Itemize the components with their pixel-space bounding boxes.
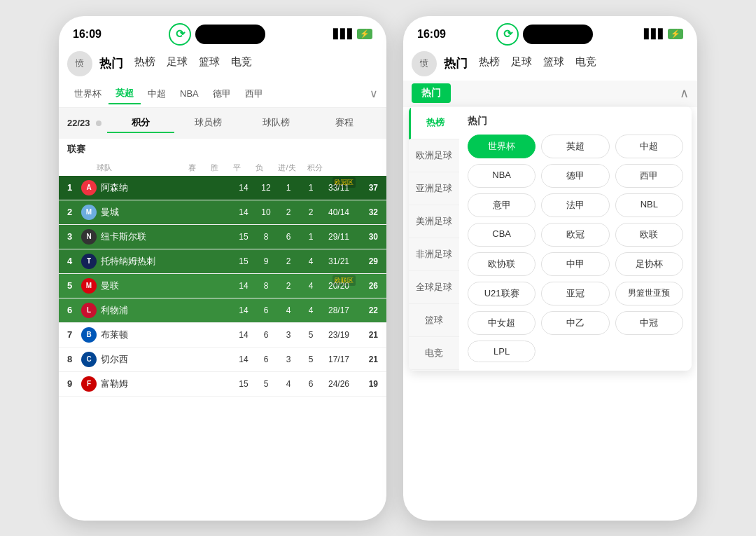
table-row[interactable]: 9 F 富勒姆 15 5 4 6 24/26 19 (59, 372, 386, 397)
col-l: 4 (300, 281, 322, 291)
collapse-arrow[interactable]: ∧ (680, 85, 689, 101)
nav-tab-basketball-2[interactable]: 篮球 (543, 53, 564, 74)
col-w: 10 (255, 207, 277, 217)
team-name: 托特纳姆热刺 (101, 255, 232, 268)
col-w: 6 (255, 305, 277, 315)
battery-icon-2: ⚡ (668, 29, 683, 39)
nav-tab-esports-1[interactable]: 电竞 (231, 53, 252, 74)
table-row[interactable]: 6 L 利物浦 14 6 4 4 28/17 22 (59, 298, 386, 323)
tag-worldcup[interactable]: 世界杯 (468, 135, 536, 158)
phone-1: 16:09 ⟳ ▋▋▋ ⚡ 愤 热门 热榜 足球 篮球 电竞 (59, 16, 386, 521)
nav-tab-soccer-2[interactable]: 足球 (511, 53, 532, 74)
tag-epl[interactable]: 英超 (541, 135, 609, 158)
tag-lpl[interactable]: LPL (468, 341, 536, 362)
table-row[interactable]: 3 N 纽卡斯尔联 15 8 6 1 29/11 30 (59, 225, 386, 249)
tag-acl[interactable]: 亚冠 (541, 282, 609, 305)
tag-laliga[interactable]: 西甲 (615, 164, 683, 188)
tag-basketworld[interactable]: 男篮世亚预 (615, 282, 683, 305)
app-logo-2: ⟳ (496, 23, 519, 46)
sub-tab-worldcup[interactable]: 世界杯 (67, 84, 108, 104)
nav-tab-esports-2[interactable]: 电竞 (575, 53, 596, 74)
col-p: 14 (232, 281, 255, 291)
tag-nba[interactable]: NBA (468, 164, 536, 188)
col-p: 15 (232, 379, 255, 389)
team-name: 富勒姆 (101, 378, 232, 390)
nav-tab-hot-2[interactable]: 热门 (444, 53, 468, 74)
col-p: 14 (232, 183, 255, 193)
table-row[interactable]: 4 T 托特纳姆热刺 15 9 2 4 31/21 29 (59, 249, 386, 274)
col-p: 14 (232, 305, 255, 315)
tag-div2[interactable]: 中甲 (541, 252, 609, 276)
tab-players[interactable]: 球员榜 (174, 114, 242, 133)
sub-tab-epl[interactable]: 英超 (108, 83, 141, 104)
team-logo: M (81, 205, 97, 220)
team-name: 曼联 (101, 280, 232, 292)
col-played: 赛 (181, 163, 203, 173)
col-l: 4 (300, 256, 322, 266)
table-row[interactable]: 8 C 切尔西 14 6 3 5 17/17 21 (59, 348, 386, 372)
tag-wsuperleague[interactable]: 中女超 (468, 311, 536, 335)
tags-grid: 世界杯 英超 中超 NBA 德甲 西甲 意甲 法甲 NBL CBA 欧冠 欧联 … (468, 135, 683, 362)
col-pts-val: 21 (356, 355, 378, 364)
table-row[interactable]: 5 M 曼联 14 8 2 4 20/20 26 欧联区 (59, 274, 386, 298)
sub-tab-csl[interactable]: 中超 (141, 84, 173, 104)
col-pts-val: 29 (356, 256, 378, 266)
app-pill-1 (195, 25, 265, 44)
sub-tab-laliga[interactable]: 西甲 (238, 84, 270, 104)
tag-ligue1[interactable]: 法甲 (541, 193, 609, 217)
col-l: 2 (300, 207, 322, 217)
sub-tab-bundesliga[interactable]: 德甲 (206, 84, 238, 104)
league-label: 联赛 (59, 139, 386, 160)
nav-tab-soccer-1[interactable]: 足球 (167, 53, 188, 74)
nav-tab-basketball-1[interactable]: 篮球 (199, 53, 220, 74)
tag-cba[interactable]: CBA (468, 223, 536, 247)
more-arrow-1[interactable]: ∨ (370, 87, 378, 100)
avatar-1[interactable]: 愤 (67, 51, 92, 76)
col-pts-val: 22 (356, 305, 378, 315)
sidebar-item-basketball[interactable]: 篮球 (409, 304, 459, 337)
sidebar-item-asia-soccer[interactable]: 亚洲足球 (409, 172, 459, 205)
table-row[interactable]: 7 B 布莱顿 14 6 3 5 23/19 21 (59, 323, 386, 348)
tab-standings[interactable]: 积分 (107, 114, 175, 133)
status-time-2: 16:09 (417, 28, 446, 41)
tag-uel[interactable]: 欧联 (615, 223, 683, 247)
active-sub-btn[interactable]: 热门 (412, 83, 451, 103)
team-logo: N (81, 229, 97, 245)
signal-icon-2: ▋▋▋ (644, 29, 665, 39)
sidebar-item-eu-soccer[interactable]: 欧洲足球 (409, 139, 459, 172)
avatar-2[interactable]: 愤 (412, 51, 437, 76)
nav-tab-trending-1[interactable]: 热榜 (134, 53, 155, 74)
tag-seriea[interactable]: 意甲 (468, 193, 536, 217)
tag-uecl[interactable]: 欧协联 (468, 252, 536, 276)
col-l: 1 (300, 232, 322, 242)
team-name: 纽卡斯尔联 (101, 231, 232, 243)
sidebar-item-global-soccer[interactable]: 全球足球 (409, 271, 459, 304)
sidebar-item-af-soccer[interactable]: 非洲足球 (409, 238, 459, 271)
table-row[interactable]: 2 M 曼城 14 10 2 2 40/14 32 (59, 200, 386, 225)
standings-header-1: 22/23 积分 球员榜 球队榜 赛程 (59, 108, 386, 139)
nav-tab-trending-2[interactable]: 热榜 (479, 53, 500, 74)
row-rank: 2 (67, 207, 81, 217)
dropdown-content: 热门 世界杯 英超 中超 NBA 德甲 西甲 意甲 法甲 NBL CBA 欧冠 … (459, 106, 692, 371)
tag-div3[interactable]: 中乙 (541, 311, 609, 335)
tag-cup[interactable]: 足协杯 (615, 252, 683, 276)
tag-bundesliga[interactable]: 德甲 (541, 164, 609, 188)
table-row[interactable]: 1 A 阿森纳 14 12 1 1 33/11 37 欧冠区 (59, 176, 386, 200)
sidebar-item-am-soccer[interactable]: 美洲足球 (409, 205, 459, 238)
tag-nbl[interactable]: NBL (615, 193, 683, 217)
tag-u21[interactable]: U21联赛 (468, 282, 536, 305)
tag-ucl[interactable]: 欧冠 (541, 223, 609, 247)
sidebar-item-esports[interactable]: 电竞 (409, 337, 459, 370)
battery-icon-1: ⚡ (357, 29, 372, 39)
tag-csl[interactable]: 中超 (615, 135, 683, 158)
sidebar-item-hot[interactable]: 热榜 (409, 106, 459, 139)
col-gd: 进/失 (270, 163, 304, 173)
table-tab-pills: 积分 球员榜 球队榜 赛程 (107, 114, 378, 133)
tag-div4[interactable]: 中冠 (615, 311, 683, 335)
status-time-1: 16:09 (73, 28, 102, 41)
sub-tab-nba[interactable]: NBA (173, 85, 206, 102)
dropdown-sidebar: 热榜 欧洲足球 亚洲足球 美洲足球 非洲足球 全球足球 篮球 电竞 (409, 106, 459, 371)
nav-tab-hot-1[interactable]: 热门 (99, 53, 123, 74)
tab-fixtures[interactable]: 赛程 (310, 114, 378, 133)
tab-teams[interactable]: 球队榜 (242, 114, 310, 133)
